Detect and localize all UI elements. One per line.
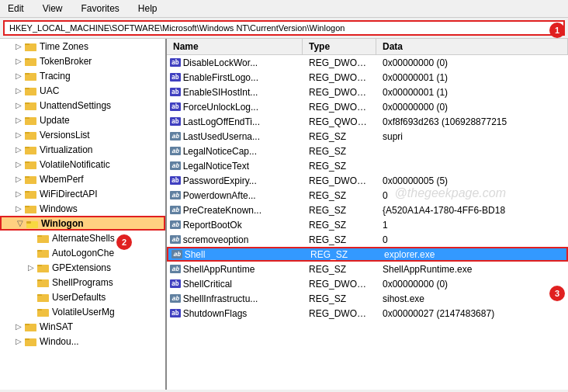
value-row[interactable]: abPowerdownAfte... REG_SZ 0 [167,188,568,203]
value-row[interactable]: abPasswordExpiry... REG_DWORD 0x00000005… [167,173,568,188]
value-row[interactable]: abLegalNoticeCap... REG_SZ [167,144,568,158]
svg-rect-14 [25,104,36,110]
tree-arrow: ▷ [12,189,25,198]
tree-label: WiFiDirectAPI [40,189,98,199]
folder-icon [25,100,37,111]
tree-arrow: ▷ [12,322,25,331]
tree-arrow: ▷ [12,175,25,183]
tree-item-virtualization[interactable]: ▷ Virtualization [0,142,165,157]
tree-item-volatile[interactable]: ▷ VolatileNotificatic [0,157,165,172]
value-row[interactable]: abLastUsedUserna... REG_SZ supri [167,129,568,144]
value-type: REG_DWORD [303,175,376,187]
tree-label: Tracing [40,71,71,82]
value-row[interactable]: abShutdownFlags REG_DWORD 0x00000027 (21… [167,306,568,321]
tree-arrow: ▷ [12,116,25,124]
value-name: abShutdownFlags [167,307,303,320]
tree-item-wifidirect[interactable]: ▷ WiFiDirectAPI [0,186,165,201]
tree-arrow: ▷ [12,42,25,50]
tree-arrow: ▷ [12,337,25,345]
value-row[interactable]: abEnableFirstLogo... REG_DWORD 0x0000000… [167,70,568,85]
value-row[interactable]: abLegalNoticeText REG_SZ [167,158,568,173]
tree-arrow: ▷ [25,263,37,272]
tree-item-update[interactable]: ▷ Update [0,113,165,127]
value-row[interactable]: abLastLogOffEndTi... REG_QWORD 0xf8f693d… [167,114,568,129]
tree-label: VolatileUserMg [52,307,115,317]
value-type: REG_SZ [303,160,376,172]
folder-icon [25,321,37,332]
value-row[interactable]: abscremoveoption REG_SZ 0 [167,232,568,247]
value-name: abShellInfrastructu... [167,293,303,305]
col-header-name: Name [167,39,303,54]
value-data: 0x00000000 (0) [376,101,568,113]
tree-label: WbemPerf [40,174,84,185]
value-type: REG_SZ [303,263,376,276]
tree-item-time-zones[interactable]: ▷ Time Zones [0,39,165,54]
tree-item-autologon[interactable]: ▷ AutoLogonChe [0,245,165,260]
value-type: REG_QWORD [303,116,376,128]
tree-item-unattend[interactable]: ▷ UnattendSettings [0,98,165,113]
folder-icon [37,292,50,303]
tree-item-versionslist[interactable]: ▷ VersionsList [0,127,165,142]
tree-item-tokenbroker[interactable]: ▷ TokenBroker [0,54,165,68]
tree-item-alternateshells[interactable]: ▷ AlternateShells [0,231,165,245]
tree-arrow: ▷ [12,57,25,65]
folder-icon-open [26,218,39,229]
tree-item-volatileusermg[interactable]: ▷ VolatileUserMg [0,304,165,319]
address-bar[interactable]: HKEY_LOCAL_MACHINE\SOFTWARE\Microsoft\Wi… [3,20,565,36]
value-data: 0x00000000 (0) [376,278,568,290]
value-row[interactable]: abPreCreateKnown... REG_SZ {A520A1A4-178… [167,203,568,217]
tree-item-wbemperf[interactable]: ▷ WbemPerf [0,172,165,186]
value-row[interactable]: abDisableLockWor... REG_DWORD 0x00000000… [167,55,568,70]
svg-rect-23 [25,148,36,154]
menu-edit[interactable]: Edit [3,2,29,16]
value-row[interactable]: abShellAppRuntime REG_SZ ShellAppRuntime… [167,262,568,276]
tree-item-windou[interactable]: ▷ Windou... [0,334,165,349]
tree-item-tracing[interactable]: ▷ Tracing [0,68,165,83]
value-type: REG_SZ [303,234,376,246]
tree-label: AutoLogonChe [52,248,114,258]
tree-item-userdefaults[interactable]: ▷ UserDefaults [0,290,165,304]
menu-favorites[interactable]: Favorites [76,2,123,16]
folder-icon [25,85,37,96]
svg-rect-29 [25,178,36,184]
tree-label: UAC [40,85,59,96]
tree-label: Update [40,115,70,126]
menu-help[interactable]: Help [133,2,162,16]
tree-label: Windows [40,203,78,214]
folder-icon [25,336,37,347]
folder-icon [25,203,37,214]
tree-item-shellprograms[interactable]: ▷ ShellPrograms [0,275,165,290]
tree-arrow: ▷ [12,101,25,109]
tree-item-winlogon[interactable]: ▽ Winlogon [0,216,165,231]
folder-icon [25,159,37,170]
tree-item-winsat[interactable]: ▷ WinSAT [0,319,165,334]
value-data: 1 [376,219,568,231]
value-row[interactable]: abShellCritical REG_DWORD 0x00000000 (0) [167,276,568,291]
folder-icon [25,130,37,140]
value-row[interactable]: abForceUnlockLog... REG_DWORD 0x00000000… [167,99,568,114]
value-row[interactable]: abShell REG_SZ explorer.exe [167,247,568,262]
value-type: REG_SZ [303,130,376,143]
tree-item-uac[interactable]: ▷ UAC [0,83,165,98]
tree-item-windows[interactable]: ▷ Windows [0,201,165,216]
value-name: abLastLogOffEndTi... [167,116,303,128]
value-row[interactable]: abShellInfrastructu... REG_SZ sihost.exe [167,291,568,306]
tree-label: Virtualization [40,144,92,155]
address-path: HKEY_LOCAL_MACHINE\SOFTWARE\Microsoft\Wi… [9,23,345,33]
svg-rect-46 [37,266,49,272]
tree-arrow: ▷ [12,160,25,168]
tree-item-gpextensions[interactable]: ▷ GPExtensions [0,260,165,275]
svg-rect-11 [25,89,36,95]
value-name: abPasswordExpiry... [167,175,303,187]
value-name: abscremoveoption [167,234,303,246]
value-data: 0x00000001 (1) [376,86,568,99]
tree-arrow: ▷ [12,86,25,95]
menu-view[interactable]: View [38,2,68,16]
value-data: 0x00000001 (1) [376,71,568,84]
tree-label: Windou... [40,336,79,347]
value-name: abPowerdownAfte... [167,189,303,202]
value-row[interactable]: abEnableSIHostInt... REG_DWORD 0x0000000… [167,85,568,99]
value-type: REG_SZ [303,145,376,158]
svg-rect-20 [25,134,36,140]
value-row[interactable]: abReportBootOk REG_SZ 1 [167,217,568,232]
